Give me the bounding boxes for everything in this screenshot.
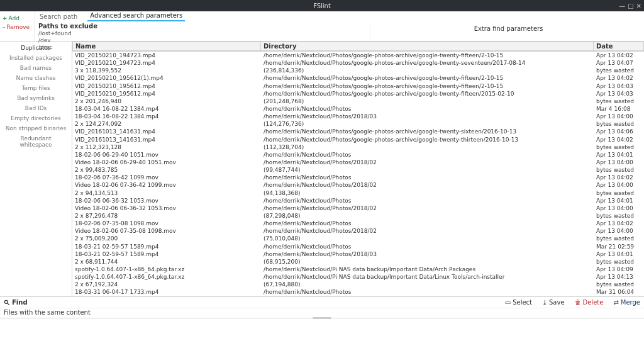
- sidebar-item-empty-directories[interactable]: Empty directories: [0, 113, 72, 123]
- cell-directory: /home/derrik/Nextcloud/Photos/2018/02: [261, 181, 594, 189]
- table-row[interactable]: VID_20161013_141631.mp4/home/derrik/Next…: [72, 136, 644, 143]
- cell-directory: /home/derrik/Nextcloud/Photos: [261, 105, 594, 113]
- cell-directory: /home/derrik/Nextcloud/Photos: [261, 220, 594, 227]
- cell-date: bytes wasted: [594, 143, 644, 151]
- table-row[interactable]: VID_20150210_194723.mp4/home/derrik/Next…: [72, 52, 644, 59]
- table-row[interactable]: 18-03-31 06-04-17 1733.mp4/home/derrik/N…: [72, 288, 644, 296]
- cell-date: Apr 13 04:02: [594, 52, 644, 59]
- table-row[interactable]: VID_20161013_141631.mp4/home/derrik/Next…: [72, 128, 644, 135]
- cell-directory: /home/derrik/Nextcloud/Photos: [261, 151, 594, 159]
- table-row[interactable]: 18-02-06 06-36-32 1053.mov/home/derrik/N…: [72, 197, 644, 205]
- cell-date: bytes wasted: [594, 98, 644, 105]
- table-row[interactable]: 2 x 87,296,478(87,298,048)bytes wasted: [72, 212, 644, 220]
- titlebar: FSlint — □ ✕: [0, 0, 644, 11]
- sidebar-item-non-stripped-binaries[interactable]: Non stripped binaries: [0, 123, 72, 133]
- delete-button[interactable]: 🗑 Delete: [575, 299, 604, 306]
- table-row[interactable]: 18-02-06 07-35-08 1098.mov/home/derrik/N…: [72, 220, 644, 227]
- cell-directory: /home/derrik/Nextcloud/Photos/google-pho…: [261, 52, 594, 59]
- search-icon: [4, 300, 10, 306]
- cell-date: bytes wasted: [594, 166, 644, 174]
- cell-date: Mar 21 02:59: [594, 243, 644, 250]
- cell-name: 2 x 75,009,200: [72, 235, 261, 242]
- table-row[interactable]: spotify-1.0.64.407-1-x86_64.pkg.tar.xz/h…: [72, 273, 644, 281]
- cell-name: VID_20161013_141631.mp4: [72, 128, 261, 135]
- table-row[interactable]: 3 x 118,399,552(236,814,336)bytes wasted: [72, 67, 644, 74]
- tab-search-path[interactable]: Search path: [37, 12, 80, 21]
- table-row[interactable]: 2 x 68,911,744(68,915,200)bytes wasted: [72, 258, 644, 266]
- resize-handle[interactable]: [313, 317, 331, 319]
- cell-directory: /home/derrik/Nextcloud/Photos: [261, 174, 594, 181]
- maximize-icon[interactable]: □: [628, 3, 633, 9]
- sidebar-item-bad-names[interactable]: Bad names: [0, 63, 72, 73]
- output-pane: [0, 318, 644, 353]
- sidebar-item-installed-packages[interactable]: Installed packages: [0, 53, 72, 63]
- merge-button[interactable]: ⇄ Merge: [613, 299, 640, 306]
- action-bar: Find ▭ Select ⤓ Save 🗑 Delete ⇄ Merge: [0, 296, 644, 308]
- tab-advanced-search[interactable]: Advanced search parameters: [87, 11, 185, 21]
- cell-date: Apr 13 04:13: [594, 273, 644, 281]
- find-button[interactable]: Find: [4, 299, 28, 306]
- cell-date: bytes wasted: [594, 212, 644, 220]
- sidebar-item-duplicates[interactable]: Duplicates: [0, 43, 72, 53]
- table-row[interactable]: Video 18-02-06 06-36-32 1053.mov/home/de…: [72, 205, 644, 212]
- table-row[interactable]: 2 x 75,009,200(75,010,048)bytes wasted: [72, 235, 644, 242]
- cell-directory: (87,298,048): [261, 212, 594, 220]
- col-header-name[interactable]: Name: [72, 42, 261, 51]
- cell-name: Video 18-02-06 07-35-08 1098.mov: [72, 227, 261, 235]
- app-title: FSlint: [313, 3, 331, 9]
- exclude-path-item[interactable]: /lost+found: [38, 30, 357, 37]
- cell-name: 18-02-06 06-29-40 1051.mov: [72, 151, 261, 159]
- table-row[interactable]: 18-03-21 02-59-57 1589.mp4/home/derrik/N…: [72, 250, 644, 258]
- save-button[interactable]: ⤓ Save: [542, 299, 565, 306]
- cell-name: 2 x 94,134,513: [72, 189, 261, 197]
- select-button[interactable]: ▭ Select: [505, 299, 532, 306]
- remove-button[interactable]: – Remove: [3, 24, 31, 30]
- table-row[interactable]: VID_20150210_195612(1).mp4/home/derrik/N…: [72, 74, 644, 82]
- sidebar-item-name-clashes[interactable]: Name clashes: [0, 73, 72, 83]
- cell-name: 18-03-04 16-08-22 1384.mp4: [72, 113, 261, 120]
- table-row[interactable]: 18-02-06 07-36-42 1099.mov/home/derrik/N…: [72, 174, 644, 181]
- table-row[interactable]: 2 x 99,483,785(99,487,744)bytes wasted: [72, 166, 644, 174]
- table-row[interactable]: 2 x 201,246,940(201,248,768)bytes wasted: [72, 98, 644, 105]
- sidebar-item-bad-symlinks[interactable]: Bad symlinks: [0, 93, 72, 103]
- cell-date: Mar 4 16:08: [594, 105, 644, 113]
- table-row[interactable]: VID_20150210_195612.mp4/home/derrik/Next…: [72, 82, 644, 90]
- table-row[interactable]: Video 18-02-06 07-36-42 1099.mov/home/de…: [72, 181, 644, 189]
- table-row[interactable]: 2 x 124,274,092(124,276,736)bytes wasted: [72, 120, 644, 128]
- svg-line-1: [8, 303, 9, 305]
- cell-directory: (124,276,736): [261, 120, 594, 128]
- cell-directory: (94,138,368): [261, 189, 594, 197]
- table-row[interactable]: VID_20150210_195612.mp4/home/derrik/Next…: [72, 90, 644, 98]
- top-panel: + Add – Remove Search path Advanced sear…: [0, 11, 644, 42]
- cell-name: 2 x 87,296,478: [72, 212, 261, 220]
- sidebar-item-bad-ids[interactable]: Bad IDs: [0, 103, 72, 113]
- results-rows[interactable]: VID_20150210_194723.mp4/home/derrik/Next…: [72, 52, 644, 296]
- sidebar-item-temp-files[interactable]: Temp files: [0, 83, 72, 93]
- table-row[interactable]: Video 18-02-06 06-29-40 1051.mov/home/de…: [72, 159, 644, 166]
- col-header-directory[interactable]: Directory: [261, 42, 594, 51]
- table-row[interactable]: Video 18-02-06 07-35-08 1098.mov/home/de…: [72, 227, 644, 235]
- table-row[interactable]: spotify-1.0.64.407-1-x86_64.pkg.tar.xz/h…: [72, 266, 644, 273]
- add-button[interactable]: + Add: [3, 15, 31, 21]
- cell-date: Apr 13 04:00: [594, 113, 644, 120]
- cell-date: Apr 13 04:03: [594, 90, 644, 98]
- sidebar-item-redundant-whitespace[interactable]: Redundant whitespace: [0, 133, 72, 150]
- minimize-icon[interactable]: —: [619, 3, 625, 9]
- table-row[interactable]: 2 x 112,323,128(112,328,704)bytes wasted: [72, 143, 644, 151]
- cell-name: Video 18-02-06 06-36-32 1053.mov: [72, 205, 261, 212]
- cell-date: bytes wasted: [594, 281, 644, 288]
- col-header-date[interactable]: Date: [594, 42, 644, 51]
- cell-name: 18-02-06 07-36-42 1099.mov: [72, 174, 261, 181]
- table-row[interactable]: 18-02-06 06-29-40 1051.mov/home/derrik/N…: [72, 151, 644, 159]
- close-icon[interactable]: ✕: [636, 3, 641, 9]
- table-row[interactable]: 2 x 67,192,324(67,194,880)bytes wasted: [72, 281, 644, 288]
- cell-directory: /home/derrik/Nextcloud/Photos/2018/03: [261, 113, 594, 120]
- table-row[interactable]: 18-03-04 16-08-22 1384.mp4/home/derrik/N…: [72, 113, 644, 120]
- cell-name: VID_20161013_141631.mp4: [72, 136, 261, 143]
- cell-directory: (75,010,048): [261, 235, 594, 242]
- table-row[interactable]: VID_20150210_194723.mp4/home/derrik/Next…: [72, 59, 644, 67]
- table-row[interactable]: 18-03-21 02-59-57 1589.mp4/home/derrik/N…: [72, 243, 644, 250]
- table-row[interactable]: 2 x 94,134,513(94,138,368)bytes wasted: [72, 189, 644, 197]
- select-icon: ▭: [505, 299, 511, 306]
- table-row[interactable]: 18-03-04 16-08-22 1384.mp4/home/derrik/N…: [72, 105, 644, 113]
